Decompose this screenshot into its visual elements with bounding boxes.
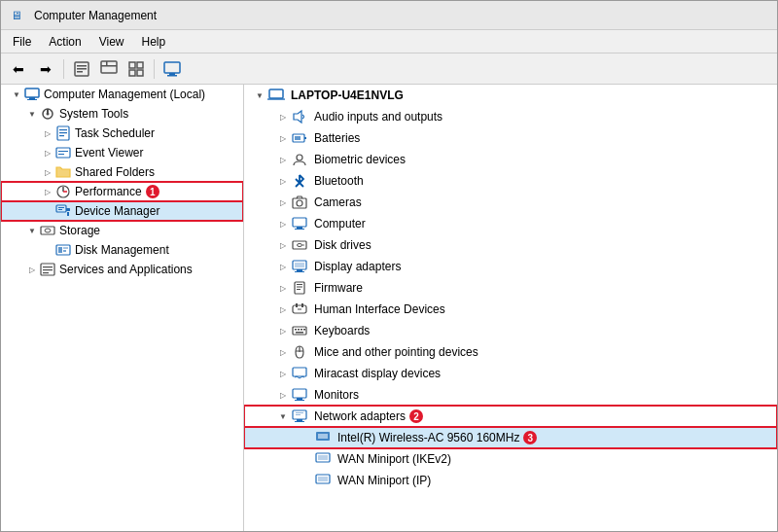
svg-rect-10: [137, 70, 143, 76]
right-miracast[interactable]: ▷ Miracast display devices: [244, 363, 777, 384]
tree-root[interactable]: ▼ Computer Management (Local): [1, 85, 243, 104]
svg-rect-47: [304, 137, 306, 139]
right-wan-ikev2[interactable]: ▷ WAN Miniport (IKEv2): [244, 448, 777, 470]
svg-rect-68: [301, 303, 303, 307]
forward-button[interactable]: ➡: [34, 57, 57, 81]
svg-point-49: [297, 155, 302, 160]
svg-rect-79: [293, 389, 306, 398]
tree-task-scheduler[interactable]: ▷ Task Scheduler: [1, 124, 243, 143]
right-intel-wireless[interactable]: ▷ Intel(R) Wireless-AC 9560 160MHz 3: [244, 427, 777, 448]
wan2-icon: [314, 472, 332, 489]
content-area: ▼ Computer Management (Local) ▼ System T…: [1, 85, 777, 531]
root-icon: [24, 87, 40, 102]
right-display[interactable]: ▷ Display adapters: [244, 256, 777, 277]
monitor-button[interactable]: [160, 57, 184, 81]
svg-rect-54: [295, 229, 304, 230]
right-bluetooth[interactable]: ▷ Bluetooth: [244, 170, 777, 192]
tree-device-manager[interactable]: ▷ Device Manager: [1, 201, 243, 221]
right-monitors[interactable]: ▷ Monitors: [244, 384, 777, 406]
system-tools-expand-icon: ▼: [24, 106, 40, 122]
tree-services[interactable]: ▷ Services and Applications: [1, 260, 243, 279]
svg-rect-86: [296, 414, 301, 415]
svg-point-51: [297, 200, 302, 206]
menu-view[interactable]: View: [91, 33, 132, 51]
main-window: 🖥 Computer Management File Action View H…: [0, 0, 778, 532]
tree-shared-folders[interactable]: ▷ Shared Folders: [1, 162, 243, 182]
help-button[interactable]: [97, 57, 121, 81]
right-keyboards[interactable]: ▷ Keyboards: [244, 320, 777, 341]
right-biometric[interactable]: ▷ Biometric devices: [244, 149, 777, 170]
svg-point-56: [298, 244, 302, 247]
svg-rect-74: [303, 329, 305, 331]
right-firmware[interactable]: ▷ Firmware: [244, 277, 777, 299]
monitors-expand-icon: ▷: [275, 387, 291, 403]
svg-rect-29: [58, 207, 64, 208]
tree-storage[interactable]: ▼ Storage: [1, 221, 243, 240]
right-header[interactable]: ▼ LAPTOP-U4E1NVLG: [244, 85, 777, 106]
shared-label: Shared Folders: [75, 165, 155, 179]
svg-rect-67: [296, 303, 298, 307]
view-button[interactable]: [124, 57, 148, 81]
firmware-expand-icon: ▷: [275, 280, 291, 296]
svg-rect-71: [295, 329, 297, 331]
svg-rect-30: [58, 209, 62, 210]
svg-rect-69: [298, 308, 301, 310]
toolbar-separator-1: [63, 59, 64, 79]
firmware-label: Firmware: [314, 281, 363, 295]
properties-button[interactable]: [70, 57, 93, 81]
disk-icon: [55, 242, 71, 258]
right-batteries[interactable]: ▷ Batteries: [244, 127, 777, 149]
svg-rect-32: [67, 212, 69, 216]
svg-rect-13: [167, 75, 177, 77]
svg-rect-62: [295, 282, 304, 294]
svg-rect-43: [269, 89, 283, 98]
svg-rect-24: [56, 148, 70, 158]
svg-rect-36: [58, 247, 62, 253]
svg-rect-42: [43, 272, 49, 273]
right-mice[interactable]: ▷ Mice and other pointing devices: [244, 341, 777, 363]
tree-disk-management[interactable]: ▷ Disk Management: [1, 240, 243, 260]
intel-icon: [314, 429, 332, 446]
svg-rect-31: [66, 208, 70, 211]
diskdrives-expand-icon: ▷: [275, 237, 291, 253]
audio-label: Audio inputs and outputs: [314, 110, 442, 124]
svg-rect-85: [296, 412, 303, 413]
svg-rect-52: [293, 218, 306, 227]
miracast-label: Miracast display devices: [314, 367, 441, 380]
svg-rect-25: [58, 151, 68, 152]
svg-rect-4: [101, 61, 117, 73]
tree-system-tools[interactable]: ▼ System Tools: [1, 104, 243, 124]
back-button[interactable]: ⬅: [7, 57, 30, 81]
display-icon: [291, 258, 308, 275]
right-cameras[interactable]: ▷ Cameras: [244, 192, 777, 213]
right-network-adapters[interactable]: ▼ Network adapters 2: [244, 406, 777, 427]
svg-rect-90: [318, 455, 328, 460]
right-computer[interactable]: ▷ Computer: [244, 213, 777, 234]
svg-rect-15: [29, 97, 35, 99]
network-expand-icon: ▼: [275, 408, 291, 424]
task-expand-icon: ▷: [40, 125, 55, 141]
event-expand-icon: ▷: [40, 145, 55, 160]
right-hid[interactable]: ▷ Human Interface Devices: [244, 299, 777, 320]
firmware-icon: [291, 279, 308, 297]
mice-expand-icon: ▷: [275, 344, 291, 360]
menu-help[interactable]: Help: [134, 33, 174, 51]
mice-label: Mice and other pointing devices: [314, 345, 478, 359]
task-label: Task Scheduler: [75, 126, 155, 140]
toolbar: ⬅ ➡: [1, 53, 777, 85]
menu-action[interactable]: Action: [41, 33, 88, 51]
right-audio[interactable]: ▷ Audio inputs and outputs: [244, 106, 777, 127]
mice-icon: [291, 343, 308, 361]
svg-rect-26: [58, 154, 64, 155]
help-icon: [100, 60, 118, 78]
svg-rect-78: [293, 368, 306, 376]
tree-performance[interactable]: ▷ Performance 1: [1, 182, 243, 201]
menu-file[interactable]: File: [5, 33, 39, 51]
audio-icon: [291, 108, 308, 125]
right-wan-ip[interactable]: ▷ WAN Miniport (IP): [244, 470, 777, 491]
tree-event-viewer[interactable]: ▷ Event Viewer: [1, 143, 243, 162]
right-diskdrives[interactable]: ▷ Disk drives: [244, 234, 777, 256]
window-title: Computer Management: [34, 9, 157, 22]
menu-bar: File Action View Help: [1, 30, 777, 53]
svg-rect-2: [77, 68, 87, 70]
